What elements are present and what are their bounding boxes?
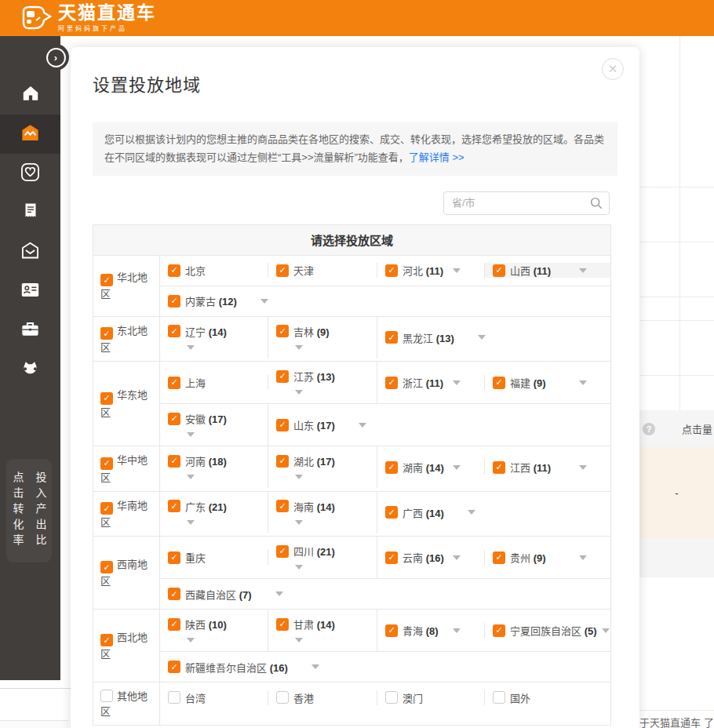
chevron-down-icon[interactable] xyxy=(275,592,283,596)
chevron-down-icon[interactable] xyxy=(295,565,303,570)
checkbox-checked[interactable]: ✓ xyxy=(493,551,505,564)
checkbox-unchecked[interactable] xyxy=(168,691,180,704)
chevron-down-icon[interactable] xyxy=(453,555,461,560)
region-group-cell[interactable]: ✓华东地区 xyxy=(93,362,160,446)
province-cell[interactable]: 香港 xyxy=(268,690,377,705)
chevron-down-icon[interactable] xyxy=(187,520,195,525)
checkbox-checked[interactable]: ✓ xyxy=(493,461,505,474)
province-cell[interactable]: ✓河南 (18) xyxy=(160,446,268,488)
checkbox-checked[interactable]: ✓ xyxy=(168,295,180,308)
chevron-down-icon[interactable] xyxy=(579,380,587,385)
checkbox-checked[interactable]: ✓ xyxy=(493,377,505,389)
checkbox-checked[interactable]: ✓ xyxy=(168,413,180,425)
checkbox-checked[interactable]: ✓ xyxy=(168,264,180,277)
checkbox-checked[interactable]: ✓ xyxy=(493,624,505,637)
province-cell[interactable]: 澳门 xyxy=(377,690,485,705)
chevron-down-icon[interactable] xyxy=(579,555,587,560)
province-cell[interactable]: ✓海南 (14) xyxy=(268,492,377,533)
province-cell[interactable]: ✓广西 (14) xyxy=(377,505,610,520)
province-cell[interactable]: ✓西藏自治区 (7) xyxy=(160,587,610,602)
province-cell[interactable]: 国外 xyxy=(485,690,610,705)
app-logo[interactable]: 天猫直通车 阿里妈妈旗下产品 xyxy=(20,4,156,32)
checkbox-checked[interactable]: ✓ xyxy=(276,500,289,512)
region-group-cell[interactable]: ✓华北地区 xyxy=(93,256,160,316)
province-cell[interactable]: ✓广东 (21) xyxy=(160,492,268,533)
chevron-down-icon[interactable] xyxy=(453,380,461,385)
province-cell[interactable]: ✓浙江 (11) xyxy=(377,375,485,390)
province-cell[interactable]: ✓辽宁 (14) xyxy=(160,317,268,359)
sidebar-item-briefcase[interactable] xyxy=(0,311,60,350)
checkbox-unchecked[interactable] xyxy=(276,691,289,704)
chevron-down-icon[interactable] xyxy=(602,628,610,633)
sidebar-item-heart[interactable] xyxy=(0,154,60,193)
search-input[interactable] xyxy=(443,191,610,215)
province-cell[interactable]: ✓云南 (16) xyxy=(377,550,485,565)
province-cell[interactable]: ✓福建 (9) xyxy=(485,375,610,390)
chevron-down-icon[interactable] xyxy=(260,299,268,304)
sidebar-item-campaign[interactable] xyxy=(0,115,60,154)
province-cell[interactable]: ✓上海 xyxy=(160,375,268,390)
province-cell[interactable]: ✓江苏 (13) xyxy=(268,362,377,403)
province-cell[interactable]: ✓四川 (21) xyxy=(268,537,377,578)
checkbox-unchecked[interactable] xyxy=(493,691,505,704)
chevron-down-icon[interactable] xyxy=(579,268,587,273)
chevron-down-icon[interactable] xyxy=(187,432,195,437)
help-icon[interactable]: ? xyxy=(643,423,655,435)
checkbox-checked[interactable]: ✓ xyxy=(385,506,398,519)
checkbox-checked[interactable]: ✓ xyxy=(385,624,398,637)
checkbox-checked[interactable]: ✓ xyxy=(385,264,398,277)
checkbox-checked[interactable]: ✓ xyxy=(168,588,180,600)
checkbox-checked[interactable]: ✓ xyxy=(168,500,180,512)
checkbox-checked[interactable]: ✓ xyxy=(168,661,180,673)
province-cell[interactable]: ✓山西 (11) xyxy=(485,263,610,278)
sidebar-expand-toggle[interactable]: › xyxy=(42,44,69,71)
checkbox-checked[interactable]: ✓ xyxy=(100,274,113,286)
checkbox-checked[interactable]: ✓ xyxy=(276,264,289,277)
sidebar-item-tmall-cat[interactable] xyxy=(0,350,60,389)
region-group-cell[interactable]: ✓华中地区 xyxy=(93,446,160,491)
checkbox-checked[interactable]: ✓ xyxy=(100,392,113,405)
checkbox-checked[interactable]: ✓ xyxy=(276,325,289,337)
checkbox-checked[interactable]: ✓ xyxy=(276,370,289,383)
checkbox-checked[interactable]: ✓ xyxy=(385,461,398,474)
checkbox-checked[interactable]: ✓ xyxy=(276,419,289,431)
checkbox-checked[interactable]: ✓ xyxy=(168,551,180,564)
search-icon[interactable] xyxy=(589,196,603,210)
province-cell[interactable]: ✓贵州 (9) xyxy=(485,550,610,565)
checkbox-checked[interactable]: ✓ xyxy=(168,325,180,337)
sidebar-metric-tags[interactable]: 点击转化率投入产出比 xyxy=(6,459,52,562)
province-cell[interactable]: 台湾 xyxy=(160,690,268,705)
checkbox-checked[interactable]: ✓ xyxy=(168,618,180,631)
chevron-down-icon[interactable] xyxy=(295,345,303,350)
sidebar-item-id-card[interactable] xyxy=(0,271,60,311)
sidebar-item-receipt[interactable] xyxy=(0,193,60,232)
province-cell[interactable]: ✓内蒙古 (12) xyxy=(160,293,610,308)
region-group-cell[interactable]: 其他地区 xyxy=(93,682,160,725)
checkbox-checked[interactable]: ✓ xyxy=(100,457,113,470)
checkbox-checked[interactable]: ✓ xyxy=(100,634,113,646)
region-group-cell[interactable]: ✓华南地区 xyxy=(93,492,160,537)
checkbox-unchecked[interactable] xyxy=(100,690,113,702)
checkbox-checked[interactable]: ✓ xyxy=(385,331,398,344)
checkbox-checked[interactable]: ✓ xyxy=(168,455,180,468)
chevron-down-icon[interactable] xyxy=(579,465,587,470)
province-cell[interactable]: ✓北京 xyxy=(160,263,268,278)
checkbox-checked[interactable]: ✓ xyxy=(385,551,398,564)
region-group-cell[interactable]: ✓东北地区 xyxy=(93,317,160,362)
chevron-down-icon[interactable] xyxy=(295,520,303,525)
checkbox-checked[interactable]: ✓ xyxy=(276,545,289,558)
chevron-down-icon[interactable] xyxy=(453,465,461,470)
chevron-down-icon[interactable] xyxy=(311,664,319,669)
checkbox-checked[interactable]: ✓ xyxy=(100,502,113,515)
chevron-down-icon[interactable] xyxy=(187,475,195,479)
sidebar-item-mail[interactable] xyxy=(0,232,60,271)
checkbox-unchecked[interactable] xyxy=(385,691,398,704)
province-cell[interactable]: ✓山东 (17) xyxy=(268,417,610,432)
province-cell[interactable]: ✓天津 xyxy=(268,263,377,278)
chevron-down-icon[interactable] xyxy=(295,638,303,642)
checkbox-checked[interactable]: ✓ xyxy=(276,455,289,468)
province-cell[interactable]: ✓安徽 (17) xyxy=(160,404,268,446)
checkbox-checked[interactable]: ✓ xyxy=(168,377,180,389)
chevron-down-icon[interactable] xyxy=(187,638,195,642)
province-cell[interactable]: ✓重庆 xyxy=(160,550,268,565)
